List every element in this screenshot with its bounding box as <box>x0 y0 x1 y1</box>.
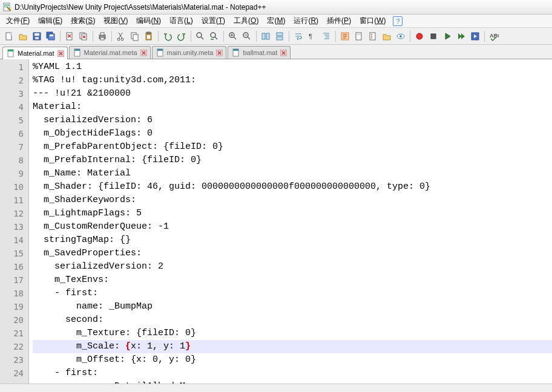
line-number: 3 <box>0 87 28 100</box>
close-icon[interactable] <box>140 49 148 57</box>
monitoring-button[interactable] <box>394 30 407 43</box>
svg-rect-44 <box>431 34 436 39</box>
code-line: --- !u!21 &2100000 <box>33 87 552 100</box>
window-title: D:\UnityProjects\New Unity Project\Asset… <box>15 3 266 11</box>
zoom-out-button[interactable] <box>240 30 254 43</box>
file-icon <box>73 48 82 57</box>
menu-item[interactable]: 语言(L) <box>166 15 197 27</box>
document-tab[interactable]: Material.mat <box>2 47 68 59</box>
undo-button[interactable] <box>161 30 174 43</box>
cut-button[interactable] <box>114 30 128 43</box>
close-icon[interactable] <box>280 49 288 57</box>
toolbar: ¶ ABC <box>0 28 552 45</box>
folder-workspace-button[interactable] <box>380 30 393 43</box>
line-number: 14 <box>0 234 28 247</box>
line-number: 20 <box>0 313 28 327</box>
svg-rect-16 <box>100 33 104 35</box>
svg-rect-35 <box>356 33 361 40</box>
word-wrap-button[interactable] <box>292 30 305 43</box>
close-button[interactable] <box>63 30 76 43</box>
spellcheck-button[interactable]: ABC <box>487 30 501 43</box>
line-number: 4 <box>0 100 28 114</box>
menu-item[interactable]: 设置(T) <box>198 15 229 27</box>
code-line: m_LightmapFlags: 5 <box>33 207 552 220</box>
save-macro-button[interactable] <box>468 30 482 43</box>
func-list-button[interactable] <box>366 30 380 43</box>
menu-item[interactable]: 宏(M) <box>263 15 289 27</box>
save-all-button[interactable] <box>44 30 58 43</box>
sync-hscroll-button[interactable] <box>273 30 286 43</box>
open-file-button[interactable] <box>16 30 30 43</box>
line-number: 19 <box>0 300 28 313</box>
print-button[interactable] <box>96 30 109 43</box>
svg-rect-24 <box>147 35 150 39</box>
line-number: 6 <box>0 127 28 140</box>
svg-rect-57 <box>233 49 238 51</box>
line-number: 9 <box>0 167 28 180</box>
close-icon[interactable] <box>215 49 223 57</box>
svg-rect-48 <box>8 50 13 51</box>
code-line: serializedVersion: 6 <box>33 114 552 127</box>
svg-rect-23 <box>147 32 150 34</box>
svg-rect-51 <box>74 49 80 51</box>
document-tab[interactable]: main.unity.meta <box>152 46 227 59</box>
new-file-button[interactable] <box>2 30 16 43</box>
svg-rect-32 <box>277 37 283 40</box>
copy-button[interactable] <box>128 30 142 43</box>
close-icon[interactable] <box>57 50 65 57</box>
stop-macro-button[interactable] <box>427 30 440 43</box>
menu-item[interactable]: 插件(P) <box>323 15 355 27</box>
play-multi-button[interactable] <box>455 30 468 43</box>
document-tab[interactable]: Material.mat.meta <box>69 46 151 59</box>
user-lang-button[interactable] <box>338 30 352 43</box>
doc-map-button[interactable] <box>352 30 366 43</box>
replace-button[interactable] <box>208 30 221 43</box>
line-number: 22 <box>0 340 28 353</box>
svg-rect-36 <box>356 34 361 35</box>
close-all-button[interactable] <box>77 30 90 43</box>
paste-button[interactable] <box>142 30 156 43</box>
save-button[interactable] <box>30 30 44 43</box>
record-macro-button[interactable] <box>413 30 426 43</box>
svg-point-25 <box>197 33 202 38</box>
line-number: 13 <box>0 220 28 234</box>
line-number: 1 <box>0 60 28 74</box>
menu-item[interactable]: 编码(N) <box>133 15 165 27</box>
menu-item[interactable]: 窗口(W) <box>356 15 389 27</box>
code-line: m_SavedProperties: <box>33 247 552 260</box>
redo-button[interactable] <box>175 30 188 43</box>
menu-item[interactable]: 搜索(S) <box>67 15 99 27</box>
menu-item[interactable]: 编辑(E) <box>34 15 66 27</box>
code-area[interactable]: %YAML 1.1%TAG !u! tag:unity3d.com,2011:-… <box>29 59 552 384</box>
code-line: m_Scale: {x: 1, y: 1} <box>33 340 552 353</box>
line-number: 15 <box>0 247 28 260</box>
svg-point-39 <box>371 36 372 37</box>
line-number: 5 <box>0 114 28 127</box>
menu-item[interactable]: 工具(O) <box>230 15 262 27</box>
svg-point-43 <box>416 33 422 39</box>
toolbar-separator <box>93 31 93 42</box>
zoom-in-button[interactable] <box>226 30 240 43</box>
document-tab[interactable]: ballmat.mat <box>228 46 291 59</box>
toolbar-separator <box>335 31 336 42</box>
code-line: m_Name: Material <box>33 167 552 180</box>
code-line: second: <box>33 313 552 327</box>
menu-item[interactable]: 文件(F) <box>2 15 33 27</box>
help-button[interactable]: ? <box>393 16 402 26</box>
sync-vscroll-button[interactable] <box>259 30 272 43</box>
menu-item[interactable]: 运行(R) <box>290 15 322 27</box>
code-line: - first: <box>33 367 552 380</box>
svg-rect-54 <box>157 49 163 51</box>
svg-rect-21 <box>133 34 138 41</box>
menubar: 文件(F)编辑(E)搜索(S)视图(V)编码(N)语言(L)设置(T)工具(O)… <box>0 15 552 28</box>
play-macro-button[interactable] <box>441 30 454 43</box>
code-line: %YAML 1.1 <box>33 60 552 74</box>
svg-rect-5 <box>10 33 12 35</box>
menu-item[interactable]: 视图(V) <box>100 15 131 27</box>
svg-rect-3 <box>4 7 8 7</box>
indent-guide-button[interactable] <box>320 30 333 43</box>
all-chars-button[interactable]: ¶ <box>306 30 319 43</box>
line-number: 23 <box>0 353 28 367</box>
svg-rect-2 <box>4 5 9 6</box>
find-button[interactable] <box>194 30 207 43</box>
